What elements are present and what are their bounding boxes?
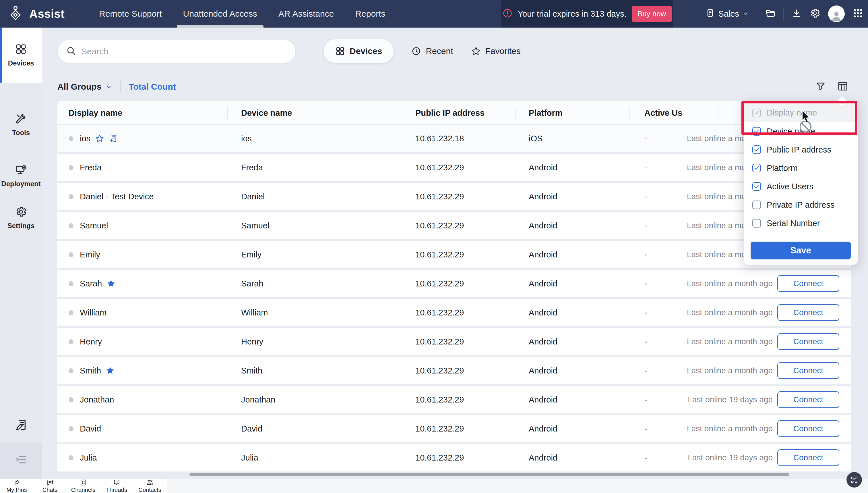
device-name-cell: Freda [241, 154, 263, 181]
filter-icon[interactable] [815, 81, 826, 93]
column-option-display-name[interactable]: Display name [744, 104, 858, 122]
public-ip-cell: 10.61.232.29 [415, 386, 464, 413]
dock-item-contacts[interactable]: Contacts [133, 479, 166, 493]
search-input[interactable] [81, 46, 287, 56]
favorite-star-icon[interactable] [106, 366, 115, 375]
nav-tab-remote-support[interactable]: Remote Support [99, 0, 162, 27]
favorite-star-icon[interactable] [95, 134, 104, 143]
column-header-platform[interactable]: Platform [529, 101, 563, 125]
table-row[interactable]: JuliaJulia10.61.232.29Android-Last onlin… [58, 444, 851, 471]
connect-button[interactable]: Connect [777, 275, 839, 292]
checkbox-checked-icon[interactable] [752, 127, 761, 135]
platform-cell: Android [529, 328, 557, 356]
view-devices-button[interactable]: Devices [324, 39, 393, 63]
table-row[interactable]: Daniel - Test DeviceDaniel10.61.232.29An… [58, 183, 851, 210]
sidebar-item-devices[interactable]: Devices [0, 27, 42, 83]
table-row[interactable]: WilliamWilliam10.61.232.29Android-Last o… [58, 299, 851, 326]
table-row[interactable]: SamuelSamuel10.61.232.29Android-Last onl… [58, 212, 851, 239]
table-row[interactable]: SarahSarah10.61.232.29Android-Last onlin… [58, 270, 851, 297]
checkbox-unchecked-icon[interactable] [752, 200, 761, 209]
last-online-status: Last online a month ago [687, 357, 773, 384]
connect-button[interactable]: Connect [777, 362, 839, 379]
column-option-private-ip-address[interactable]: Private IP address [744, 196, 858, 214]
table-row[interactable]: iosios10.61.232.18iOS-Last online a mont… [58, 125, 851, 152]
table-row[interactable]: JonathanJonathan10.61.232.29Android-Last… [58, 386, 851, 413]
sidebar-item-tools[interactable]: Tools [0, 113, 42, 137]
indent-list-icon[interactable] [15, 453, 27, 467]
favorite-star-icon[interactable] [107, 279, 116, 288]
column-option-public-ip-address[interactable]: Public IP address [744, 141, 858, 159]
dock-item-channels[interactable]: Channels [67, 479, 100, 493]
column-chooser-icon[interactable] [837, 81, 848, 93]
dock-item-label: My Pins [6, 487, 27, 493]
table-row[interactable]: SmithSmith10.61.232.29Android-Last onlin… [58, 357, 851, 384]
column-header-public-ip-address[interactable]: Public IP address [415, 101, 484, 125]
column-header-display-name[interactable]: Display name [69, 101, 122, 125]
header-divider [515, 107, 516, 119]
public-ip-cell: 10.61.232.18 [415, 125, 464, 152]
checkbox-checked-icon[interactable] [752, 145, 761, 154]
horizontal-scrollbar[interactable] [189, 473, 789, 476]
chevron-down-icon [105, 83, 112, 90]
display-name-text: William [80, 308, 107, 318]
column-option-active-users[interactable]: Active Users [744, 177, 858, 196]
bottom-dock: My PinsChatsChannelsThreadsContacts [0, 479, 868, 493]
column-option-device-name[interactable]: Device name [744, 122, 858, 141]
connect-button[interactable]: Connect [777, 333, 839, 350]
save-button[interactable]: Save [751, 242, 851, 259]
status-dot [69, 136, 73, 141]
checkbox-checked-icon[interactable] [752, 109, 761, 117]
connect-button[interactable]: Connect [777, 420, 839, 437]
column-option-label: Device name [767, 127, 815, 136]
add-note-icon[interactable] [109, 134, 118, 143]
nav-tab-reports[interactable]: Reports [355, 0, 385, 27]
display-name-cell: Jonathan [80, 386, 114, 413]
search-bar[interactable] [58, 40, 296, 63]
pin-icon [13, 479, 20, 486]
note-edit-icon[interactable] [14, 418, 27, 433]
nav-right-cluster: Sales [706, 0, 863, 27]
status-dot [69, 397, 73, 402]
sidebar-item-deployment[interactable]: Deployment [0, 164, 42, 188]
view-favorites-button[interactable]: Favorites [471, 46, 521, 56]
column-option-platform[interactable]: Platform [744, 159, 858, 177]
buy-now-button[interactable]: Buy now [632, 6, 672, 22]
checkbox-checked-icon[interactable] [752, 164, 761, 172]
group-filter-dropdown[interactable]: All Groups [58, 82, 112, 92]
status-dot [69, 339, 73, 344]
sidebar-item-settings[interactable]: Settings [0, 206, 42, 230]
download-icon[interactable] [791, 8, 802, 20]
trial-message: Your trial expires in 313 days. [518, 9, 626, 19]
last-online-status: Last online a month ago [687, 299, 773, 326]
view-recent-button[interactable]: Recent [411, 46, 453, 56]
dock-item-label: Channels [71, 487, 96, 493]
view-switcher: DevicesRecentFavorites [324, 37, 521, 66]
connect-button[interactable]: Connect [777, 449, 839, 466]
display-name-text: Daniel - Test Device [80, 192, 154, 201]
checkbox-unchecked-icon[interactable] [752, 219, 761, 228]
checkbox-checked-icon[interactable] [752, 182, 761, 191]
grid4-icon [15, 43, 27, 55]
table-row[interactable]: DavidDavid10.61.232.29Android-Last onlin… [58, 415, 851, 443]
column-option-serial-number[interactable]: Serial Number [744, 214, 858, 232]
table-row[interactable]: HenryHenry10.61.232.29Android-Last onlin… [58, 328, 851, 356]
folder-icon[interactable] [765, 8, 776, 20]
sales-dropdown[interactable]: Sales [706, 8, 749, 20]
dock-item-my-pins[interactable]: My Pins [0, 479, 33, 493]
table-row[interactable]: EmilyEmily10.61.232.29Android-Last onlin… [58, 241, 851, 268]
dock-item-threads[interactable]: Threads [100, 479, 133, 493]
nav-tab-ar-assistance[interactable]: AR Assistance [278, 0, 334, 27]
dock-item-chats[interactable]: Chats [33, 479, 67, 493]
apps-grid-icon[interactable] [852, 8, 863, 20]
gear-icon[interactable] [809, 8, 820, 20]
nav-tab-unattended-access[interactable]: Unattended Access [183, 0, 257, 27]
column-header-active-us[interactable]: Active Us [644, 101, 682, 125]
user-avatar[interactable] [828, 5, 845, 22]
assistant-fab-icon[interactable] [846, 472, 862, 488]
display-name-cell: Henry [80, 328, 102, 356]
table-row[interactable]: FredaFreda10.61.232.29Android-Last onlin… [58, 154, 851, 181]
connect-button[interactable]: Connect [777, 391, 839, 408]
column-header-device-name[interactable]: Device name [241, 101, 292, 125]
total-count-link[interactable]: Total Count [129, 82, 176, 92]
connect-button[interactable]: Connect [777, 304, 839, 321]
